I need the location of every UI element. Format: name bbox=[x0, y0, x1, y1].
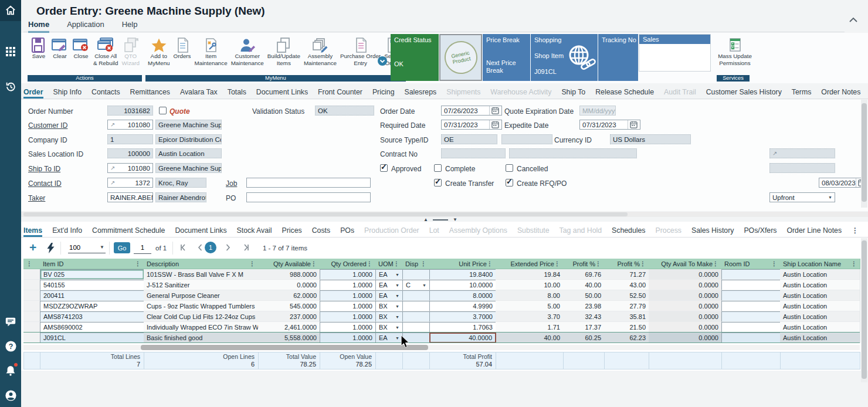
column-header-ship-location-name[interactable]: Ship Location Name⋮ bbox=[780, 259, 860, 269]
tracking-no-panel[interactable]: Tracking No bbox=[598, 34, 638, 81]
column-menu-icon[interactable]: ⋮ bbox=[595, 260, 601, 267]
first-page-icon[interactable] bbox=[179, 243, 188, 253]
cell-room_id[interactable] bbox=[721, 280, 781, 290]
job-field[interactable] bbox=[246, 178, 371, 188]
cell-qty_available[interactable]: 62.0000 bbox=[258, 290, 320, 301]
cell-unit_price[interactable]: 8.0000 bbox=[429, 290, 496, 301]
column-header-item-id[interactable]: Item ID⋮ bbox=[40, 259, 144, 269]
splitter-handle[interactable] bbox=[433, 219, 448, 221]
order-tab-order-notes[interactable]: Order Notes bbox=[821, 88, 860, 99]
cell-profit_pct_2[interactable]: 35.81 bbox=[604, 311, 649, 322]
current-page-badge[interactable]: 1 bbox=[205, 242, 216, 253]
cell-profit_pct_1[interactable]: 40.00 bbox=[563, 280, 605, 290]
customer-id-field[interactable]: ↗101080 bbox=[107, 120, 153, 130]
cell-uom[interactable]: EA▼ bbox=[375, 269, 403, 280]
line-tab-schedules[interactable]: Schedules bbox=[612, 226, 645, 237]
column-header-unit-price[interactable]: Unit Price⋮ bbox=[429, 259, 496, 269]
line-tab-sales-history[interactable]: Sales History bbox=[691, 226, 734, 237]
contact-id-label[interactable]: Contact ID bbox=[28, 179, 62, 188]
form-hscroll-thumb[interactable] bbox=[23, 212, 628, 216]
cell-item_id[interactable]: MSDZZ9OZWRAP bbox=[40, 301, 144, 311]
cell-room_id[interactable] bbox=[721, 269, 781, 280]
cell-room_id[interactable] bbox=[721, 290, 781, 301]
taker-label[interactable]: Taker bbox=[28, 194, 45, 202]
cell-qty_ordered[interactable]: 1.0000 bbox=[320, 290, 376, 301]
column-header-uom[interactable]: UOM⋮ bbox=[375, 259, 403, 269]
order-tab-contacts[interactable]: Contacts bbox=[91, 88, 120, 99]
cell-extended_price[interactable]: 10.00 bbox=[496, 280, 564, 290]
order-tab-salesreps[interactable]: Salesreps bbox=[405, 88, 437, 99]
go-button[interactable]: Go bbox=[114, 242, 130, 253]
cell-ship_location[interactable]: Austin Location bbox=[780, 269, 860, 280]
cell-unit_price[interactable]: 4.9990 bbox=[429, 301, 496, 311]
cell-unit_price[interactable]: 40.0000 bbox=[429, 333, 496, 343]
chevron-down-icon[interactable]: ▼ bbox=[395, 294, 399, 298]
cell-profit_pct_1[interactable]: 17.37 bbox=[563, 322, 605, 333]
cell-qty_available[interactable]: 237.0000 bbox=[258, 311, 320, 322]
item-maintenance-button[interactable]: ItemMaintenance bbox=[193, 35, 229, 68]
create-rfq-po-checkbox[interactable] bbox=[506, 179, 513, 186]
column-header-profit[interactable]: Profit %⋮ bbox=[563, 259, 605, 269]
order-tab-totals[interactable]: Totals bbox=[228, 88, 246, 99]
column-menu-icon[interactable]: ⋮ bbox=[421, 260, 426, 267]
cell-profit_pct_2[interactable]: 21.50 bbox=[604, 322, 649, 333]
cell-qty_ordered[interactable]: 1.0000 bbox=[320, 333, 376, 343]
cell-qty_ordered[interactable]: 1.0000 bbox=[320, 301, 376, 311]
ship-to-id-field[interactable]: ↗101080 bbox=[107, 163, 153, 173]
cell-disp[interactable] bbox=[402, 322, 430, 333]
column-menu-icon[interactable]: ⋮ bbox=[394, 260, 399, 267]
column-menu-icon[interactable]: ⋮ bbox=[851, 260, 857, 267]
cell-ship_location[interactable]: Austin Location bbox=[780, 322, 860, 333]
page-size-select[interactable]: 100▼ bbox=[68, 242, 106, 253]
calendar-icon[interactable] bbox=[489, 106, 499, 115]
cell-description[interactable]: General Purpose Cleaner bbox=[144, 290, 259, 301]
order-tab-order[interactable]: Order bbox=[23, 88, 43, 99]
shopping-panel[interactable]: Shopping Shop Item J091CL bbox=[531, 34, 598, 81]
calendar-icon[interactable] bbox=[628, 120, 638, 129]
column-header-profit[interactable]: Profit %⋮ bbox=[604, 259, 649, 269]
ship-to-id-label[interactable]: Ship To ID bbox=[28, 165, 60, 173]
cell-profit_pct_1[interactable]: 69.76 bbox=[563, 269, 605, 280]
expand-icon[interactable]: ↗ bbox=[772, 151, 777, 156]
row-selector[interactable] bbox=[23, 290, 40, 301]
line-tab-order-line-notes[interactable]: Order Line Notes bbox=[786, 226, 842, 237]
required-date-field[interactable]: 07/31/2023 bbox=[441, 120, 502, 130]
cell-profit_pct_2[interactable]: 52.50 bbox=[604, 290, 649, 301]
column-header-qty-available[interactable]: Qty Available⋮ bbox=[258, 259, 320, 269]
menu-item-help[interactable]: Help bbox=[122, 20, 138, 33]
account-icon[interactable] bbox=[0, 385, 21, 406]
job-label[interactable]: Job bbox=[226, 179, 237, 188]
chat-icon[interactable] bbox=[0, 311, 21, 332]
column-menu-icon[interactable]: ⋮ bbox=[367, 260, 372, 267]
taker-field[interactable]: RAINER.ABEN... bbox=[107, 192, 153, 202]
column-header-extended-price[interactable]: Extended Price⋮ bbox=[496, 259, 564, 269]
clear-button[interactable]: Clear bbox=[49, 35, 70, 68]
cell-item_id[interactable]: 200411 bbox=[40, 290, 144, 301]
complete-checkbox[interactable] bbox=[434, 164, 442, 172]
assembly-maintenance-button[interactable]: AssemblyMaintenance bbox=[302, 35, 338, 68]
cell-profit_pct_1[interactable]: 23.98 bbox=[563, 301, 605, 311]
row-selector[interactable] bbox=[23, 301, 40, 311]
previous-page-icon[interactable] bbox=[197, 243, 203, 253]
page-number-input[interactable]: 1 bbox=[134, 242, 151, 254]
cell-ship_location[interactable]: Austin Location bbox=[780, 333, 860, 343]
purchase-order-entry-button[interactable]: Purchase OrderEntry bbox=[338, 35, 382, 68]
menu-item-home[interactable]: Home bbox=[28, 20, 49, 33]
last-page-icon[interactable] bbox=[242, 243, 250, 253]
cell-disp[interactable] bbox=[402, 301, 430, 311]
cell-item_id[interactable]: BV 025 bbox=[40, 269, 144, 280]
cell-profit_pct_2[interactable]: 43.00 bbox=[604, 280, 649, 290]
cell-qty_available[interactable]: 2,461.0000 bbox=[258, 322, 320, 333]
column-menu-icon[interactable]: ⋮ bbox=[135, 260, 141, 267]
apps-grid-icon[interactable] bbox=[0, 41, 21, 62]
column-menu-icon[interactable]: ⋮ bbox=[487, 260, 493, 267]
column-menu-icon[interactable]: ⋮ bbox=[26, 260, 32, 267]
order-tab-terms[interactable]: Terms bbox=[792, 88, 811, 99]
cell-disp[interactable] bbox=[402, 311, 430, 322]
chevron-down-icon[interactable]: ▼ bbox=[395, 304, 399, 308]
line-tab-prices[interactable]: Prices bbox=[282, 226, 302, 237]
chevron-down-icon[interactable]: ▼ bbox=[395, 283, 399, 287]
column-menu-icon[interactable]: ⋮ bbox=[554, 260, 560, 267]
mass-update-permissions-button[interactable]: Mass Update Permissions bbox=[717, 35, 753, 68]
cell-qty_avail_to_make[interactable]: 0.0000 bbox=[649, 290, 722, 301]
